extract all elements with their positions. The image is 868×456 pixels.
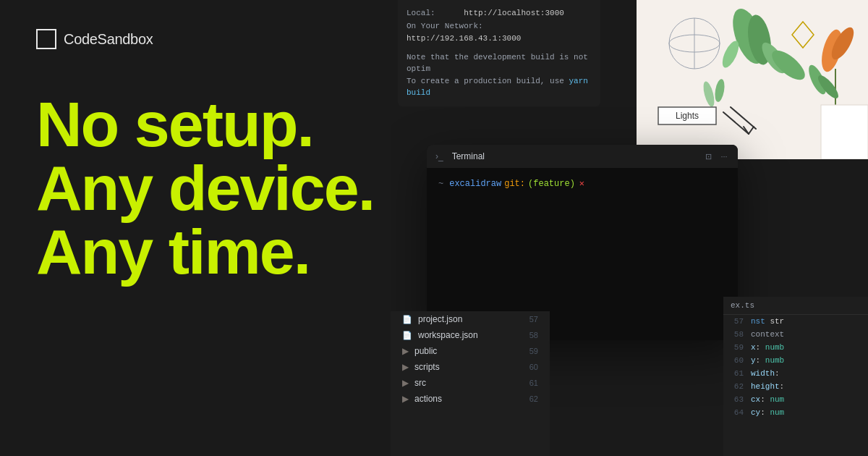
prompt-x: ✕ [579, 178, 584, 189]
prompt-branch: (feature) [528, 179, 575, 189]
file-icon-workspace: 📄 [402, 331, 412, 340]
network-url: http://192.168.43.1:3000 [407, 34, 521, 43]
file-item-src: ▶ src 61 [391, 375, 550, 391]
bottom-panels: 📄 project.json 57 📄 workspace.json 58 ▶ … [391, 311, 868, 456]
line-58: 58 [729, 330, 744, 339]
line-60: 60 [729, 356, 744, 365]
terminal-prompt-line: ~ excalidraw git: (feature) ✕ [438, 178, 726, 189]
note-text: Note that the development build is not o… [407, 51, 592, 99]
file-item-scripts: ▶ scripts 60 [391, 359, 550, 375]
code-content-64: cy: num [751, 408, 784, 417]
folder-name-scripts: scripts [414, 362, 440, 372]
logo-area: CodeSandbox [36, 29, 383, 49]
file-explorer: 📄 project.json 57 📄 workspace.json 58 ▶ … [391, 311, 550, 456]
line-62: 62 [729, 382, 744, 391]
design-panel: → [637, 0, 868, 159]
terminal-title: Terminal [452, 151, 485, 161]
line-num-58: 58 [529, 331, 538, 339]
line-num-57: 57 [529, 315, 538, 324]
terminal-maximize-button[interactable]: ⊡ [703, 151, 713, 161]
hero-line2: Any device. [36, 156, 383, 220]
line-num-62: 62 [529, 394, 538, 403]
folder-icon-src: ▶ [402, 378, 409, 388]
code-content-58: context [751, 330, 784, 339]
code-line-64: 64 cy: num [723, 406, 868, 419]
svg-text:Lights: Lights [676, 111, 699, 121]
prompt-directory: excalidraw [449, 179, 501, 189]
file-item-workspace-json: 📄 workspace.json 58 [391, 327, 550, 343]
prompt-tilde: ~ [438, 179, 443, 189]
server-text: Local: http://localhost:3000 On Your Net… [407, 7, 592, 99]
local-label: Local: [407, 9, 435, 17]
terminal-header-actions: ⊡ ··· [703, 151, 729, 161]
code-line-63: 63 cx: num [723, 393, 868, 406]
file-item-project-json: 📄 project.json 57 [391, 311, 550, 327]
server-output-panel: Local: http://localhost:3000 On Your Net… [398, 0, 600, 106]
code-content-59: x: numb [751, 343, 784, 352]
code-line-60: 60 y: numb [723, 354, 868, 367]
logo-box-icon [36, 29, 56, 49]
code-filename: ex.ts [723, 297, 868, 315]
hero-line1: No setup. [36, 93, 383, 156]
folder-icon-scripts: ▶ [402, 362, 409, 372]
code-line-62: 62 height: [723, 380, 868, 393]
botanical-illustration: Lights [637, 0, 868, 159]
file-name-workspace-json: workspace.json [418, 330, 478, 340]
network-label: On Your Network: [407, 22, 483, 30]
folder-icon-actions: ▶ [402, 394, 409, 404]
file-item-actions: ▶ actions 62 [391, 391, 550, 407]
line-num-60: 60 [529, 363, 538, 371]
local-url: http://localhost:3000 [464, 9, 564, 17]
code-line-58: 58 context [723, 328, 868, 341]
folder-name-public: public [414, 346, 437, 356]
file-name-project-json: project.json [418, 314, 462, 324]
code-line-61: 61 width: [723, 367, 868, 380]
code-content-63: cx: num [751, 395, 784, 404]
code-line-57: 57 nst str [723, 315, 868, 328]
note-line1: Note that the development build is not o… [407, 51, 592, 75]
code-panel: ex.ts 57 nst str 58 context 59 x: numb 6… [723, 297, 868, 456]
note-line2: To create a production build, use yarn b… [407, 75, 592, 99]
line-num-59: 59 [529, 347, 538, 355]
file-icon-project: 📄 [402, 315, 412, 324]
line-59: 59 [729, 343, 744, 352]
logo-text: CodeSandbox [64, 31, 153, 48]
code-content-57: nst str [751, 317, 784, 326]
terminal-more-button[interactable]: ··· [719, 151, 729, 161]
prompt-git-label: git: [504, 179, 525, 189]
terminal-prompt-icon: ›_ [435, 151, 443, 161]
hero-section: CodeSandbox No setup. Any device. Any ti… [0, 0, 420, 456]
code-content-61: width: [751, 369, 780, 378]
line-61: 61 [729, 369, 744, 378]
line-64: 64 [729, 408, 744, 417]
line-57: 57 [729, 317, 744, 326]
code-content-60: y: numb [751, 356, 784, 365]
terminal-header: ›_ Terminal ⊡ ··· [427, 145, 738, 168]
file-item-public: ▶ public 59 [391, 343, 550, 359]
line-63: 63 [729, 395, 744, 404]
hero-headline: No setup. Any device. Any time. [36, 93, 383, 284]
panels-area: Local: http://localhost:3000 On Your Net… [391, 0, 868, 456]
code-content-62: height: [751, 382, 784, 391]
line-num-61: 61 [529, 379, 538, 387]
svg-rect-24 [821, 105, 868, 159]
folder-name-src: src [414, 378, 426, 388]
hero-line3: Any time. [36, 220, 383, 284]
code-line-59: 59 x: numb [723, 341, 868, 354]
terminal-body: ~ excalidraw git: (feature) ✕ [427, 168, 738, 199]
folder-icon-public: ▶ [402, 346, 409, 356]
folder-name-actions: actions [414, 394, 442, 404]
